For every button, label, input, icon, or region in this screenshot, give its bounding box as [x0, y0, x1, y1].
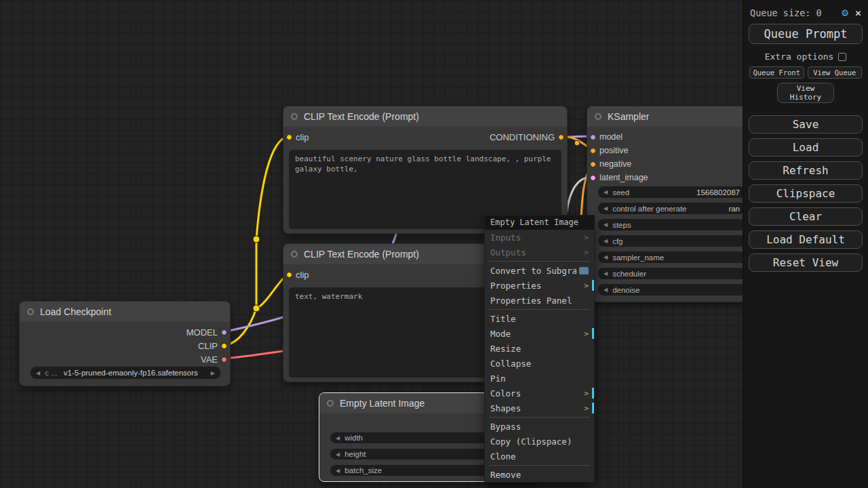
menu-divider: [489, 261, 590, 262]
extra-options-row: Extra options: [743, 52, 868, 62]
menu-item-outputs[interactable]: Outputs >: [485, 245, 594, 260]
left-arrow-icon[interactable]: ◀: [604, 254, 608, 260]
input-port-model[interactable]: [590, 134, 596, 140]
ksampler-widget-control-after-generate[interactable]: ◀ control after generate ran: [598, 203, 745, 214]
submenu-indicator: [592, 403, 594, 413]
queue-front-button[interactable]: Queue Front: [749, 66, 804, 79]
view-queue-button[interactable]: View Queue: [808, 66, 863, 79]
node-load-checkpoint[interactable]: Load Checkpoint MODEL CLIP VAE ◀ c ... v…: [19, 301, 231, 386]
output-port-clip[interactable]: [221, 343, 227, 349]
close-icon[interactable]: ✕: [855, 7, 861, 19]
menu-item-clone[interactable]: Clone: [485, 449, 594, 464]
collapse-dot-icon[interactable]: [291, 251, 298, 258]
collapse-dot-icon[interactable]: [27, 308, 34, 315]
node-title: CLIP Text Encode (Prompt): [304, 249, 419, 260]
menu-item-convert-to-subgraph[interactable]: Convert to Subgraph: [485, 263, 594, 278]
menu-item-copy-clipspace[interactable]: Copy (Clipspace): [485, 434, 594, 449]
extra-options-checkbox[interactable]: [838, 53, 846, 61]
node-title: KSampler: [608, 111, 649, 122]
extra-options-label: Extra options: [765, 52, 834, 62]
menu-item-inputs[interactable]: Inputs >: [485, 230, 594, 245]
subgraph-badge-icon: [579, 267, 589, 274]
node-graph-canvas[interactable]: CLIP Text Encode (Prompt) clip CONDITION…: [0, 0, 868, 488]
reroute-dot[interactable]: [253, 236, 260, 243]
menu-item-resize[interactable]: Resize: [485, 341, 594, 356]
right-arrow-icon[interactable]: ▶: [211, 370, 215, 376]
menu-item-bypass[interactable]: Bypass: [485, 419, 594, 434]
left-arrow-icon[interactable]: ◀: [604, 238, 608, 244]
context-menu-title: Empty Latent Image: [485, 216, 594, 230]
queue-buttons-row: Queue Front View Queue: [749, 66, 862, 79]
settings-gear-icon[interactable]: ⚙: [842, 6, 848, 19]
load-button[interactable]: Load: [749, 138, 863, 157]
ksampler-widget-sampler-name[interactable]: ◀ sampler_name: [598, 251, 745, 263]
ksampler-widget-cfg[interactable]: ◀ cfg: [598, 235, 745, 247]
node-header[interactable]: CLIP Text Encode (Prompt): [283, 106, 567, 127]
view-history-button[interactable]: View History: [777, 83, 834, 103]
link-midpoint-dot[interactable]: [574, 140, 580, 146]
ksampler-widget-seed[interactable]: ◀ seed 1566802087: [598, 186, 745, 198]
ckpt-name-combo[interactable]: ◀ c ... v1-5-pruned-emaonly-fp16.safeten…: [31, 367, 220, 379]
input-port-positive[interactable]: [590, 148, 596, 154]
collapse-dot-icon[interactable]: [327, 400, 334, 407]
submenu-arrow-icon: >: [584, 329, 589, 338]
submenu-indicator: [592, 328, 594, 339]
menu-divider: [489, 309, 590, 310]
left-arrow-icon[interactable]: ◀: [604, 189, 608, 195]
node-title: Load Checkpoint: [40, 306, 111, 317]
output-port-vae[interactable]: [221, 357, 227, 363]
menu-item-properties[interactable]: Properties >: [485, 278, 594, 293]
submenu-arrow-icon: >: [584, 404, 589, 413]
queue-size-label: Queue size: 0: [750, 7, 842, 18]
collapse-dot-icon[interactable]: [291, 113, 298, 120]
input-port-clip[interactable]: [286, 134, 292, 140]
menu-item-mode[interactable]: Mode >: [485, 326, 594, 341]
menu-divider: [489, 465, 590, 466]
submenu-indicator: [592, 388, 594, 399]
menu-item-remove[interactable]: Remove: [485, 467, 594, 482]
ksampler-widget-denoise[interactable]: ◀ denoise: [598, 284, 745, 296]
left-arrow-icon[interactable]: ◀: [336, 451, 340, 458]
node-header[interactable]: Load Checkpoint: [20, 302, 230, 322]
reroute-dot[interactable]: [253, 305, 260, 312]
node-title: CLIP Text Encode (Prompt): [304, 111, 419, 122]
node-title: Empty Latent Image: [340, 398, 425, 409]
node-ksampler[interactable]: KSampler model positive negative latent_…: [587, 106, 753, 302]
menu-item-shapes[interactable]: Shapes >: [485, 401, 594, 415]
reset-view-button[interactable]: Reset View: [749, 253, 863, 272]
menu-item-properties-panel[interactable]: Properties Panel: [485, 293, 594, 308]
collapse-dot-icon[interactable]: [595, 113, 601, 120]
submenu-arrow-icon: >: [584, 233, 589, 242]
menu-item-collapse[interactable]: Collapse: [485, 356, 594, 371]
save-button[interactable]: Save: [749, 115, 863, 134]
submenu-arrow-icon: >: [584, 281, 589, 290]
clipspace-button[interactable]: Clipspace: [749, 184, 863, 203]
input-port-clip[interactable]: [286, 272, 292, 278]
left-arrow-icon[interactable]: ◀: [604, 270, 608, 277]
node-header[interactable]: KSampler: [587, 106, 752, 127]
left-arrow-icon[interactable]: ◀: [36, 370, 40, 376]
submenu-arrow-icon: >: [584, 248, 589, 257]
left-arrow-icon[interactable]: ◀: [604, 205, 608, 211]
queue-size-row: Queue size: 0 ⚙ ✕: [743, 0, 868, 19]
left-arrow-icon[interactable]: ◀: [336, 435, 340, 441]
left-arrow-icon[interactable]: ◀: [336, 468, 340, 474]
clear-button[interactable]: Clear: [749, 207, 863, 226]
ksampler-widget-scheduler[interactable]: ◀ scheduler: [598, 268, 745, 279]
menu-item-pin[interactable]: Pin: [485, 371, 594, 386]
input-port-negative[interactable]: [590, 161, 596, 167]
output-port-model[interactable]: [221, 329, 227, 336]
input-port-latent-image[interactable]: [590, 175, 596, 181]
output-port-conditioning[interactable]: [558, 134, 564, 140]
ksampler-widget-steps[interactable]: ◀ steps: [598, 219, 745, 230]
menu-item-colors[interactable]: Colors >: [485, 386, 594, 401]
queue-prompt-button[interactable]: Queue Prompt: [749, 24, 863, 44]
submenu-indicator: [592, 280, 594, 291]
refresh-button[interactable]: Refresh: [749, 161, 863, 180]
left-arrow-icon[interactable]: ◀: [604, 287, 608, 293]
menu-divider: [489, 417, 590, 418]
load-default-button[interactable]: Load Default: [749, 230, 863, 249]
left-arrow-icon[interactable]: ◀: [604, 222, 608, 228]
comfy-menu-panel: Queue size: 0 ⚙ ✕ Queue Prompt Extra opt…: [743, 0, 868, 488]
menu-item-title[interactable]: Title: [485, 311, 594, 326]
